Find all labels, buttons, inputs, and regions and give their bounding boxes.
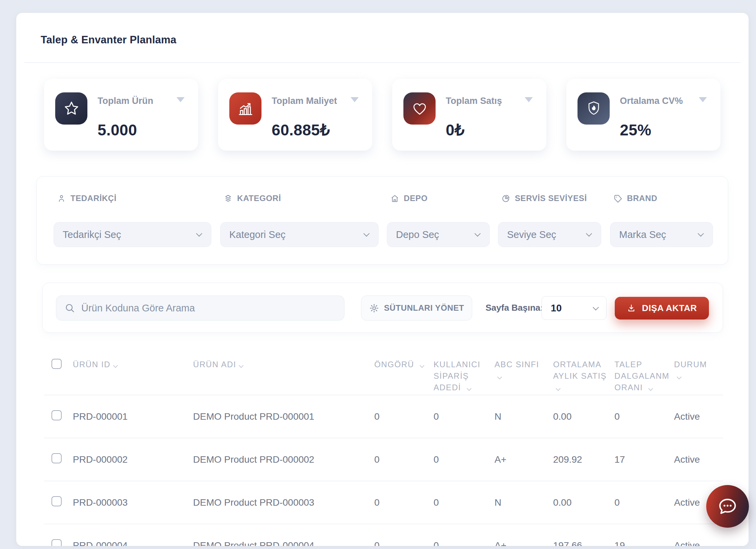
col-header-demand-volatility[interactable]: TALEP DALGALANM ORANI: [614, 348, 674, 395]
brand-select[interactable]: Marka Seç: [610, 222, 713, 247]
col-header-user-orders[interactable]: KULLANICI SİPARİŞ ADEDİ: [434, 348, 495, 395]
row-checkbox[interactable]: [51, 410, 62, 420]
table-row: PRD-000001 DEMO Product PRD-000001 0 0 N…: [44, 395, 723, 438]
chevron-down-icon: [586, 230, 592, 237]
home-icon: [390, 194, 399, 203]
cell-product-id: PRD-000003: [73, 481, 193, 524]
cell-status: Active: [674, 524, 723, 546]
select-placeholder: Kategori Seç: [229, 229, 286, 240]
export-label: DIŞA AKTAR: [642, 303, 697, 313]
warehouse-select[interactable]: Depo Seç: [387, 222, 490, 247]
filter-service-level: SERVİS SEVİYESİ Seviye Seç: [498, 177, 601, 264]
sort-chevron-icon: [556, 386, 561, 391]
chevron-down-icon: [196, 230, 202, 237]
cell-avg-monthly-sales: 209.92: [553, 438, 614, 481]
heart-icon: [403, 92, 436, 125]
col-header-abc-class[interactable]: ABC SINFI: [495, 348, 553, 395]
stat-value: 25%: [620, 121, 651, 139]
stat-value: 0₺: [446, 121, 464, 139]
supplier-select[interactable]: Tedarikçi Seç: [54, 222, 211, 247]
gear-icon: [369, 303, 379, 313]
table-row: PRD-000004 DEMO Product PRD-000004 0 0 A…: [44, 524, 723, 546]
cell-avg-monthly-sales: 0.00: [553, 481, 614, 524]
stat-value: 60.885₺: [272, 121, 330, 139]
row-checkbox[interactable]: [51, 496, 62, 506]
export-button[interactable]: DIŞA AKTAR: [615, 297, 709, 320]
stat-label: Toplam Maliyet: [272, 96, 337, 106]
col-header-product-name[interactable]: ÜRÜN ADI: [193, 348, 374, 395]
filter-panel: TEDARİKÇİ Tedarikçi Seç KATEGORİ Kategor…: [36, 176, 728, 265]
filter-category: KATEGORİ Kategori Seç: [220, 177, 379, 264]
filter-supplier: TEDARİKÇİ Tedarikçi Seç: [54, 177, 211, 264]
filter-label: SERVİS SEVİYESİ: [515, 194, 587, 203]
stat-card-total-cost: Toplam Maliyet 60.885₺: [218, 79, 372, 151]
sort-chevron-icon: [113, 363, 118, 368]
filter-label: TEDARİKÇİ: [70, 194, 117, 203]
per-page-value: 10: [551, 303, 562, 314]
cell-forecast: 0: [374, 524, 434, 546]
cell-avg-monthly-sales: 197.66: [553, 524, 614, 546]
row-checkbox[interactable]: [51, 539, 62, 546]
cell-product-name: DEMO Product PRD-000003: [193, 481, 374, 524]
stat-label: Toplam Ürün: [98, 96, 153, 106]
caret-down-icon[interactable]: [699, 97, 707, 102]
sort-chevron-icon: [648, 386, 653, 391]
row-checkbox[interactable]: [51, 453, 62, 463]
cell-demand-volatility: 17: [614, 438, 674, 481]
chevron-down-icon: [593, 304, 599, 310]
table-row: PRD-000002 DEMO Product PRD-000002 0 0 A…: [44, 438, 723, 481]
cell-status: Active: [674, 438, 723, 481]
caret-down-icon[interactable]: [525, 97, 533, 102]
table-header-row: ÜRÜN ID ÜRÜN ADI ÖNGÖRÜ KULLANICI SİPARİ…: [44, 348, 723, 395]
table-toolbar: SÜTUNLARI YÖNET Sayfa Başına: 10 DIŞA AK…: [42, 283, 723, 333]
search-icon: [64, 303, 75, 313]
col-header-forecast[interactable]: ÖNGÖRÜ: [374, 348, 434, 395]
manage-columns-label: SÜTUNLARI YÖNET: [384, 303, 464, 313]
cell-abc-class: A+: [495, 438, 553, 481]
col-header-avg-monthly-sales[interactable]: ORTALAMA AYLIK SATIŞ: [553, 348, 614, 395]
cell-product-id: PRD-000001: [73, 395, 193, 438]
chat-fab-button[interactable]: [706, 485, 749, 528]
cell-product-name: DEMO Product PRD-000001: [193, 395, 374, 438]
main-panel: Talep & Envanter Planlama Toplam Ürün 5.…: [16, 13, 749, 546]
stat-card-total-products: Toplam Ürün 5.000: [44, 79, 198, 151]
cell-user-orders: 0: [434, 395, 495, 438]
col-header-status[interactable]: DURUM: [674, 348, 723, 395]
cell-forecast: 0: [374, 481, 434, 524]
select-placeholder: Tedarikçi Seç: [63, 229, 121, 240]
chevron-down-icon: [363, 230, 370, 237]
per-page-label: Sayfa Başına:: [483, 303, 543, 313]
filter-label: KATEGORİ: [237, 194, 281, 203]
service-level-select[interactable]: Seviye Seç: [498, 222, 601, 247]
tag-icon: [613, 194, 623, 203]
products-table: ÜRÜN ID ÜRÜN ADI ÖNGÖRÜ KULLANICI SİPARİ…: [44, 348, 723, 546]
category-select[interactable]: Kategori Seç: [220, 222, 379, 247]
manage-columns-button[interactable]: SÜTUNLARI YÖNET: [361, 295, 472, 321]
table-row: PRD-000003 DEMO Product PRD-000003 0 0 N…: [44, 481, 723, 524]
stat-label: Ortalama CV%: [620, 96, 683, 106]
cell-product-name: DEMO Product PRD-000002: [193, 438, 374, 481]
stat-cards-row: Toplam Ürün 5.000 Toplam Maliyet 60.885₺: [44, 79, 720, 151]
stat-card-average-cv: Ortalama CV% 25%: [566, 79, 720, 151]
cell-status: Active: [674, 395, 723, 438]
select-placeholder: Depo Seç: [396, 229, 439, 240]
chart-icon: [229, 92, 261, 125]
select-placeholder: Seviye Seç: [507, 229, 556, 240]
select-placeholder: Marka Seç: [619, 229, 666, 240]
per-page-select[interactable]: 10: [542, 296, 607, 320]
cell-forecast: 0: [374, 395, 434, 438]
caret-down-icon[interactable]: [176, 97, 185, 102]
search-input[interactable]: [81, 303, 336, 314]
col-header-product-id[interactable]: ÜRÜN ID: [73, 348, 193, 395]
cell-product-id: PRD-000002: [73, 438, 193, 481]
cell-demand-volatility: 0: [614, 395, 674, 438]
title-divider: [24, 62, 740, 63]
cell-abc-class: N: [495, 395, 553, 438]
cell-product-id: PRD-000004: [73, 524, 193, 546]
cell-user-orders: 0: [434, 438, 495, 481]
select-all-checkbox[interactable]: [51, 359, 62, 369]
person-icon: [57, 194, 66, 203]
stat-label: Toplam Satış: [446, 96, 502, 106]
chat-bubble-icon: [716, 495, 739, 518]
caret-down-icon[interactable]: [351, 97, 359, 102]
